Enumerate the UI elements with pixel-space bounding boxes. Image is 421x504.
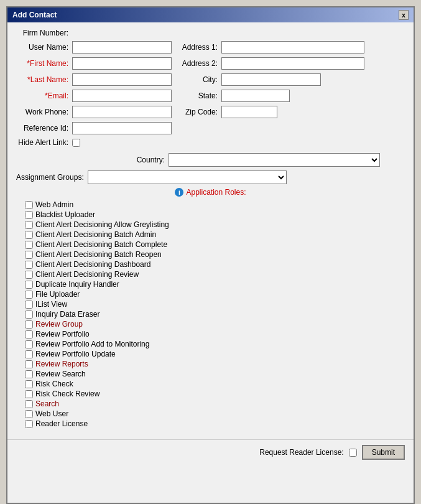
role-row: Review Search: [25, 370, 405, 378]
role-checkbox[interactable]: [25, 201, 33, 209]
role-checkbox[interactable]: [25, 390, 33, 398]
bottom-row: Request Reader License: Submit: [7, 439, 414, 465]
assignment-groups-select[interactable]: [88, 170, 287, 184]
zip-code-row: Zip Code:: [178, 106, 405, 118]
country-select[interactable]: [169, 153, 380, 167]
country-label: Country:: [113, 156, 169, 164]
role-checkbox[interactable]: [25, 360, 33, 368]
role-row: Review Portfolio Update: [25, 350, 405, 358]
role-label: Review Portfolio: [35, 330, 90, 338]
role-label: Client Alert Decisioning Dashboard: [35, 260, 150, 269]
role-label: File Uploader: [35, 290, 80, 299]
role-checkbox[interactable]: [25, 221, 33, 229]
role-row: Web Admin: [25, 200, 405, 209]
role-checkbox[interactable]: [25, 211, 33, 219]
app-roles-header: i Application Roles:: [16, 188, 405, 197]
address2-input[interactable]: [221, 57, 364, 70]
role-row: Review Group: [25, 320, 405, 329]
role-label: Review Reports: [35, 360, 88, 368]
city-row: City:: [178, 73, 405, 86]
dialog-title: Add Contact: [12, 11, 57, 19]
title-bar: Add Contact x: [7, 7, 414, 22]
work-phone-input[interactable]: [72, 106, 172, 118]
role-checkbox[interactable]: [25, 420, 33, 428]
work-phone-label: Work Phone:: [16, 108, 72, 116]
role-checkbox[interactable]: [25, 340, 33, 348]
main-two-col: User Name: *First Name: *Last Name: *Ema…: [16, 41, 405, 151]
role-row: Review Portfolio: [25, 330, 405, 338]
user-name-label: User Name:: [16, 43, 72, 52]
role-label: Reader License: [35, 419, 88, 428]
add-contact-dialog: Add Contact x Firm Number: User Name: *F…: [6, 6, 415, 504]
role-label: Review Portfolio Add to Monitoring: [35, 340, 149, 348]
role-checkbox[interactable]: [25, 301, 33, 309]
hide-alert-link-label: Hide Alert Link:: [16, 138, 72, 147]
address1-row: Address 1:: [178, 41, 405, 54]
city-input[interactable]: [221, 73, 321, 86]
first-name-label: *First Name:: [16, 59, 72, 68]
hide-alert-link-checkbox[interactable]: [72, 139, 80, 147]
role-checkbox[interactable]: [25, 380, 33, 388]
address2-row: Address 2:: [178, 57, 405, 70]
work-phone-row: Work Phone:: [16, 106, 172, 118]
zip-code-input[interactable]: [221, 106, 277, 118]
reference-id-input[interactable]: [72, 122, 172, 134]
request-reader-license-checkbox[interactable]: [349, 449, 357, 457]
zip-code-label: Zip Code:: [178, 108, 221, 116]
role-row: Client Alert Decisioning Dashboard: [25, 260, 405, 269]
role-row: Review Portfolio Add to Monitoring: [25, 340, 405, 348]
role-row: Search: [25, 399, 405, 408]
role-checkbox[interactable]: [25, 320, 33, 329]
last-name-input[interactable]: [72, 73, 172, 86]
role-row: Inquiry Data Eraser: [25, 310, 405, 319]
role-row: Reader License: [25, 419, 405, 428]
role-checkbox[interactable]: [25, 410, 33, 418]
role-row: Client Alert Decisioning Batch Reopen: [25, 250, 405, 259]
role-checkbox[interactable]: [25, 261, 33, 269]
role-row: File Uploader: [25, 290, 405, 299]
address1-input[interactable]: [221, 41, 364, 54]
user-name-input[interactable]: [72, 41, 172, 54]
role-label: Web Admin: [35, 200, 73, 209]
role-label: IList View: [35, 300, 67, 309]
role-label: Client Alert Decisioning Allow Greylisti…: [35, 220, 169, 229]
role-label: Blacklist Uploader: [35, 210, 95, 219]
hide-alert-link-row: Hide Alert Link:: [16, 138, 172, 147]
role-checkbox[interactable]: [25, 400, 33, 408]
role-label: Search: [35, 399, 59, 408]
role-row: Risk Check Review: [25, 390, 405, 398]
role-row: Risk Check: [25, 380, 405, 388]
role-label: Duplicate Inquiry Handler: [35, 280, 119, 289]
city-label: City:: [178, 75, 221, 84]
firm-number-row: Firm Number:: [16, 29, 405, 37]
role-label: Risk Check: [35, 380, 73, 388]
first-name-row: *First Name:: [16, 57, 172, 70]
role-checkbox[interactable]: [25, 271, 33, 279]
role-checkbox[interactable]: [25, 291, 33, 299]
role-checkbox[interactable]: [25, 251, 33, 259]
role-checkbox[interactable]: [25, 281, 33, 289]
role-row: Review Reports: [25, 360, 405, 368]
role-checkbox[interactable]: [25, 231, 33, 239]
info-icon: i: [175, 188, 183, 197]
role-checkbox[interactable]: [25, 310, 33, 319]
role-checkbox[interactable]: [25, 350, 33, 358]
role-label: Review Search: [35, 370, 86, 378]
submit-button[interactable]: Submit: [362, 445, 405, 460]
role-row: Client Alert Decisioning Batch Admin: [25, 230, 405, 239]
role-label: Inquiry Data Eraser: [35, 310, 99, 319]
role-checkbox[interactable]: [25, 330, 33, 338]
role-label: Review Portfolio Update: [35, 350, 116, 358]
first-name-input[interactable]: [72, 57, 172, 70]
state-input[interactable]: [221, 90, 290, 102]
role-row: Client Alert Decisioning Review: [25, 270, 405, 279]
role-checkbox[interactable]: [25, 241, 33, 249]
left-column: User Name: *First Name: *Last Name: *Ema…: [16, 41, 172, 151]
role-row: Duplicate Inquiry Handler: [25, 280, 405, 289]
roles-list: Web AdminBlacklist UploaderClient Alert …: [16, 200, 405, 428]
email-input[interactable]: [72, 90, 172, 102]
close-button[interactable]: x: [399, 10, 409, 20]
role-label: Web User: [35, 409, 68, 418]
last-name-row: *Last Name:: [16, 73, 172, 86]
role-checkbox[interactable]: [25, 370, 33, 378]
